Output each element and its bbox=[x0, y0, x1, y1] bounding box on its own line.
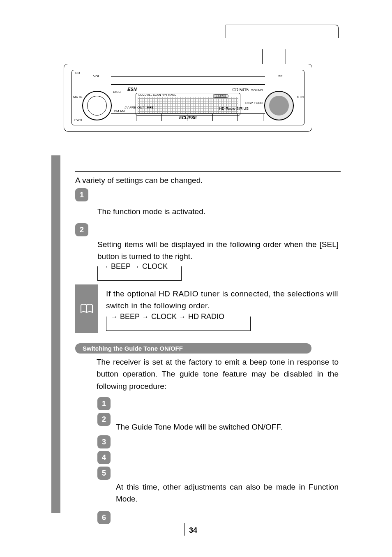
device-logo-esn: ESN bbox=[127, 87, 137, 92]
label-disc: DISC bbox=[113, 90, 121, 94]
section-intro: A variety of settings can be changed. bbox=[75, 176, 203, 185]
arrow-icon: → bbox=[179, 313, 186, 321]
left-dial bbox=[82, 91, 112, 120]
device-lcd-area: LOUD ALL SCAN RPT RAND SOURCE bbox=[136, 93, 240, 116]
label-cd: CD bbox=[75, 71, 80, 75]
label-rtn: RTN bbox=[297, 95, 304, 99]
info-text: If the optional HD RADIO tuner is connec… bbox=[106, 288, 338, 312]
subsection-pill: Switching the Guide Tone ON/OFF bbox=[75, 343, 311, 354]
flow-1: → BEEP → CLOCK bbox=[102, 262, 168, 271]
device-illustration: CD VOL SEL MUTE RTN DISC SOUND FM AM DIS… bbox=[64, 64, 312, 132]
device-top-display bbox=[111, 76, 265, 85]
flow2-c: HD RADIO bbox=[188, 312, 224, 321]
info-icon-area bbox=[75, 284, 98, 333]
subsection-text: The receiver is set at the factory to em… bbox=[97, 356, 339, 392]
device-model: CD 5415 bbox=[233, 88, 249, 92]
flow2-a: BEEP bbox=[120, 312, 140, 321]
page-number: 34 bbox=[189, 526, 197, 535]
right-dial bbox=[264, 91, 294, 120]
flow2-b: CLOCK bbox=[151, 312, 177, 321]
gstep-4-badge: 4 bbox=[97, 451, 111, 464]
label-mp3: MP3 bbox=[147, 106, 153, 109]
label-vol: VOL bbox=[93, 74, 100, 78]
section-sidebar bbox=[51, 155, 60, 513]
label-fmam: FM AM bbox=[114, 109, 125, 113]
step-1: 1 bbox=[75, 188, 88, 201]
label-pwr: PWR bbox=[74, 118, 82, 122]
flow1-b: CLOCK bbox=[142, 262, 168, 271]
step-2-subtext: Setting items will be displayed in the f… bbox=[97, 238, 339, 263]
gstep-2-sub: The Guide Tone Mode will be switched ON/… bbox=[116, 423, 282, 432]
label-sound: SOUND bbox=[251, 88, 263, 92]
step-2: 2 bbox=[75, 223, 88, 236]
header-box bbox=[226, 25, 339, 38]
label-mute: MUTE bbox=[73, 95, 83, 99]
gstep-5-badge: 5 bbox=[97, 467, 111, 480]
step-1-subtext: The function mode is activated. bbox=[97, 207, 205, 216]
gstep-6: 6 bbox=[97, 511, 111, 524]
arrow-icon: → bbox=[102, 263, 108, 270]
gstep-3: 3 bbox=[97, 435, 111, 448]
section-divider bbox=[75, 171, 341, 172]
gstep-1: 1 bbox=[97, 397, 111, 410]
step-1-badge: 1 bbox=[75, 188, 88, 201]
arrow-icon: → bbox=[142, 313, 149, 321]
gstep-2: 2 bbox=[97, 413, 111, 426]
arrow-icon: → bbox=[133, 263, 140, 270]
lcd-text: LOUD ALL SCAN RPT RAND bbox=[138, 93, 176, 96]
gstep-2-badge: 2 bbox=[97, 413, 111, 426]
radio-logos: HD Radio SIRIUS bbox=[219, 106, 249, 111]
gstep-4: 4 bbox=[97, 451, 111, 464]
gstep-1-badge: 1 bbox=[97, 397, 111, 410]
label-preout: 5V PRE-OUT bbox=[125, 106, 144, 109]
eclipse-logo: ECLIPSE bbox=[179, 116, 197, 120]
footer-divider bbox=[184, 523, 184, 536]
header-rule bbox=[53, 38, 339, 38]
gstep-3-badge: 3 bbox=[97, 435, 111, 448]
book-icon bbox=[80, 303, 93, 314]
gstep-5: 5 bbox=[97, 467, 111, 480]
label-disp-func: DISP FUNC bbox=[245, 101, 263, 105]
step-2-badge: 2 bbox=[75, 223, 88, 236]
gstep-6-badge: 6 bbox=[97, 511, 111, 524]
label-sel: SEL bbox=[278, 74, 284, 78]
pill-label: Switching the Guide Tone ON/OFF bbox=[75, 345, 183, 352]
flow-2: → BEEP → CLOCK → HD RADIO bbox=[111, 312, 224, 321]
gstep-5-sub: At this time, other adjustments can also… bbox=[116, 481, 339, 505]
flow1-a: BEEP bbox=[111, 262, 131, 271]
arrow-icon: → bbox=[111, 313, 118, 321]
